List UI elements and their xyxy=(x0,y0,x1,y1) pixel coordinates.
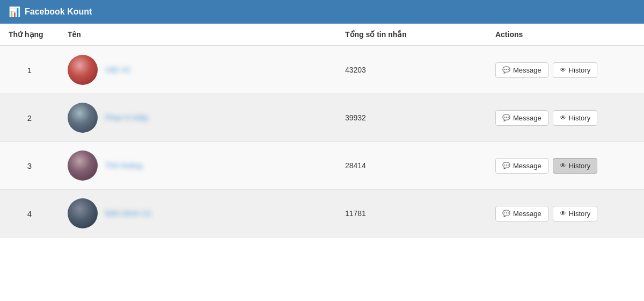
app-header: 📊 Facebook Kount xyxy=(0,0,644,24)
header-chart-icon: 📊 xyxy=(9,6,20,18)
message-label: Message xyxy=(513,114,541,122)
message-label: Message xyxy=(513,210,541,218)
actions-cell: 💬Message👁History xyxy=(487,190,644,238)
history-button[interactable]: 👁History xyxy=(553,110,597,126)
rank-cell: 2 xyxy=(0,94,59,142)
history-label: History xyxy=(569,162,590,170)
table-row: 4Điền Đình Củ11781💬Message👁History xyxy=(0,190,644,238)
user-name: Thít Hoàng xyxy=(105,161,142,170)
message-icon: 💬 xyxy=(502,114,510,121)
name-cell: Phan H Hiệp xyxy=(59,94,336,142)
actions-cell: 💬Message👁History xyxy=(487,94,644,142)
avatar xyxy=(68,198,98,228)
table-row: 2Phan H Hiệp39932💬Message👁History xyxy=(0,94,644,142)
message-button[interactable]: 💬Message xyxy=(495,62,548,78)
message-button[interactable]: 💬Message xyxy=(495,158,548,174)
leaderboard-table: Thứ hạng Tên Tổng số tin nhắn Actions 1V… xyxy=(0,24,644,238)
history-button[interactable]: 👁History xyxy=(553,158,597,174)
history-label: History xyxy=(569,210,590,218)
message-count: 39932 xyxy=(336,94,487,142)
message-count: 28414 xyxy=(336,142,487,190)
table-row: 3Thít Hoàng28414💬Message👁History xyxy=(0,142,644,190)
message-button[interactable]: 💬Message xyxy=(495,110,548,126)
table-row: 1Việt Vũ43203💬Message👁History xyxy=(0,46,644,94)
history-label: History xyxy=(569,114,590,122)
user-name: Điền Đình Củ xyxy=(105,209,151,218)
user-name: Phan H Hiệp xyxy=(105,113,149,122)
history-icon: 👁 xyxy=(560,66,566,74)
col-rank: Thứ hạng xyxy=(0,24,59,46)
table-header-row: Thứ hạng Tên Tổng số tin nhắn Actions xyxy=(0,24,644,46)
history-button[interactable]: 👁History xyxy=(553,62,597,78)
history-icon: 👁 xyxy=(560,162,566,169)
avatar xyxy=(68,150,98,181)
rank-cell: 4 xyxy=(0,190,59,238)
history-icon: 👁 xyxy=(560,210,566,217)
message-icon: 💬 xyxy=(502,66,510,74)
col-name: Tên xyxy=(59,24,336,46)
history-button[interactable]: 👁History xyxy=(553,206,597,221)
actions-cell: 💬Message👁History xyxy=(487,142,644,190)
name-cell: Thít Hoàng xyxy=(59,142,336,190)
actions-cell: 💬Message👁History xyxy=(487,46,644,94)
col-actions: Actions xyxy=(487,24,644,46)
rank-cell: 1 xyxy=(0,46,59,94)
message-icon: 💬 xyxy=(502,162,510,169)
avatar xyxy=(68,55,98,85)
name-cell: Điền Đình Củ xyxy=(59,190,336,238)
avatar xyxy=(68,103,98,133)
message-count: 43203 xyxy=(336,46,487,94)
message-button[interactable]: 💬Message xyxy=(495,206,548,221)
message-label: Message xyxy=(513,66,541,74)
name-cell: Việt Vũ xyxy=(59,46,336,94)
message-icon: 💬 xyxy=(502,210,510,217)
app-title: Facebook Kount xyxy=(25,7,92,17)
history-icon: 👁 xyxy=(560,114,566,121)
col-messages: Tổng số tin nhắn xyxy=(336,24,487,46)
message-count: 11781 xyxy=(336,190,487,238)
user-name: Việt Vũ xyxy=(105,66,130,74)
message-label: Message xyxy=(513,162,541,170)
rank-cell: 3 xyxy=(0,142,59,190)
history-label: History xyxy=(569,66,590,74)
